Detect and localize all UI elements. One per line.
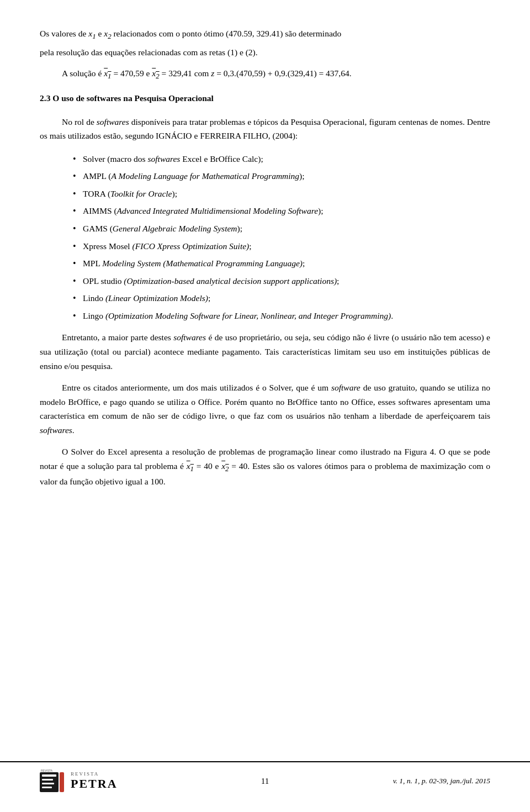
solution-line: A solução é x1 = 470,59 e x2 = 329,41 co… [40, 66, 490, 82]
list-item: MPL Modeling System (Mathematical Progra… [73, 256, 490, 271]
list-item: TORA (Toolkit for Oracle); [73, 187, 490, 201]
svg-rect-1 [42, 774, 56, 777]
svg-rect-5 [60, 772, 64, 792]
page-number: 11 [261, 777, 269, 786]
footer-logo: REVISTA REVISTA PETRA [40, 768, 118, 794]
intro-line1: Os valores de x1 e x2 relacionados com o… [40, 29, 341, 38]
list-item: AMPL (A Modeling Language for Mathematic… [73, 169, 490, 183]
list-item: Lingo (Optimization Modeling Software fo… [73, 309, 490, 323]
overline-x1: x1 [104, 68, 111, 78]
logo-name: PETRA [71, 777, 118, 791]
page-container: Os valores de x1 e x2 relacionados com o… [0, 0, 530, 812]
overline-x2: x2 [152, 68, 159, 78]
list-item: AIMMS (Advanced Integrated Multidimensio… [73, 204, 490, 218]
list-item: Lindo (Linear Optimization Models); [73, 291, 490, 305]
paragraph-solver: Entre os citados anteriormente, um dos m… [40, 381, 490, 437]
section-number: 2.3 [40, 93, 50, 103]
section-title: O uso de softwares na Pesquisa Operacion… [50, 93, 214, 103]
svg-rect-4 [42, 787, 52, 788]
intro-line2: pela resolução das equações relacionadas… [40, 45, 490, 60]
var-x1: x1 [88, 29, 96, 38]
list-item: Solver (macro dos softwares Excel e BrOf… [73, 152, 490, 166]
bullet-list: Solver (macro dos softwares Excel e BrOf… [73, 152, 490, 323]
page-footer: REVISTA REVISTA PETRA 11 v. 1, n. 1, p. … [0, 761, 530, 794]
svg-text:REVISTA: REVISTA [41, 769, 53, 772]
list-item: GAMS (General Algebraic Modeling System)… [73, 222, 490, 236]
var-x2: x2 [104, 29, 111, 38]
petra-logo-icon: REVISTA [40, 768, 66, 794]
intro-text-block: Os valores de x1 e x2 relacionados com o… [40, 27, 490, 42]
section-heading: 2.3 O uso de softwares na Pesquisa Opera… [40, 92, 490, 104]
list-item: Xpress Mosel (FICO Xpress Optimization S… [73, 239, 490, 254]
footer-logo-text: REVISTA PETRA [71, 771, 118, 791]
paragraph-proprietary: Entretanto, a maior parte destes softwar… [40, 330, 490, 373]
svg-rect-3 [42, 783, 54, 784]
logo-subtitle: REVISTA [71, 771, 118, 777]
journal-info: v. 1, n. 1, p. 02-39, jan./jul. 2015 [393, 777, 490, 785]
svg-rect-2 [42, 779, 53, 781]
paragraph-excel-solver: O Solver do Excel apresenta a resolução … [40, 445, 490, 489]
list-item: OPL studio (Optimization-based analytica… [73, 274, 490, 288]
section-intro-para: No rol de softwares disponíveis para tra… [40, 115, 490, 143]
